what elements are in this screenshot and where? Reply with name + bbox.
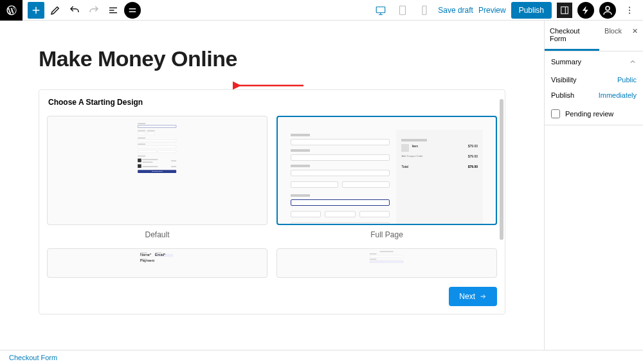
more-options-button[interactable] [621,2,638,19]
svg-rect-2 [422,6,426,15]
design-chooser-panel: Choose A Starting Design ⊕ Purchase $79 [39,89,505,314]
tab-block[interactable]: Block [599,21,627,51]
next-button[interactable]: Next [449,287,497,306]
panel-scrollbar[interactable] [500,99,503,275]
user-icon[interactable] [599,2,616,19]
plugin-circle-icon[interactable] [577,2,594,19]
design-option-label: Full Page [276,230,497,239]
svg-point-5 [629,6,630,8]
design-option-label: Default [47,230,267,239]
publish-value[interactable]: Immediately [599,91,637,99]
svg-rect-3 [561,6,568,14]
svg-rect-1 [400,6,406,15]
design-option-4[interactable] [276,248,497,278]
publish-button[interactable]: Publish [511,2,552,19]
add-block-button[interactable] [28,2,44,19]
tab-checkout-form[interactable]: Checkout Form [545,21,599,51]
redo-button [86,2,102,19]
svg-point-6 [629,9,630,10]
publish-label: Publish [551,91,574,99]
close-icon[interactable]: ✕ [627,21,643,51]
save-draft-button[interactable]: Save draft [438,6,473,15]
settings-panel-toggle[interactable] [557,3,572,18]
breadcrumb[interactable]: Checkout Form [0,350,643,364]
visibility-value[interactable]: Public [617,76,637,84]
settings-sidebar: Checkout Form Block ✕ Summary Visibility… [544,21,643,350]
visibility-label: Visibility [551,76,577,84]
design-option-default[interactable]: ⊕ Purchase $79.00 [47,116,267,225]
svg-point-4 [606,6,610,10]
summary-section-toggle[interactable]: Summary [545,51,643,72]
edit-icon[interactable] [47,2,64,19]
design-chooser-heading: Choose A Starting Design [47,98,497,107]
preview-button[interactable]: Preview [478,6,506,15]
pending-review-checkbox[interactable]: Pending review [545,103,643,125]
list-view-button[interactable] [105,2,122,19]
annotation-arrow [233,81,303,90]
mobile-view-icon[interactable] [416,2,433,19]
page-title[interactable]: Make Money Online [39,46,505,71]
design-option-3[interactable]: Name*Email* Payment [47,248,267,278]
chevron-up-icon [629,58,637,66]
plugin-icon[interactable] [124,2,141,19]
tablet-view-icon[interactable] [394,2,411,19]
undo-button[interactable] [66,2,83,19]
arrow-right-icon [479,293,487,300]
design-option-full-page[interactable]: ⊕ Purchase $79.00 Item$79.00 Add Coupon … [276,116,497,225]
svg-point-7 [629,12,630,14]
desktop-view-icon[interactable] [372,2,389,19]
wordpress-logo[interactable] [0,0,23,21]
svg-rect-0 [377,6,386,12]
